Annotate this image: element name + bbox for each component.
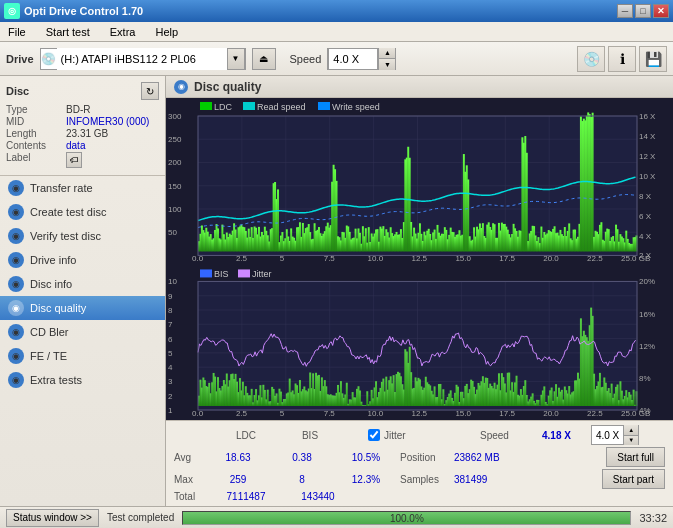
sidebar: Disc ↻ Type BD-R MID INFOMER30 (000) Len… [0, 76, 166, 506]
speed-label: Speed [290, 53, 322, 65]
stats-speed-down[interactable]: ▼ [624, 435, 638, 446]
speed-select[interactable]: 4.0 X [328, 48, 378, 70]
right-panel: ◉ Disc quality LDC BIS Jitter Speed 4.18… [166, 76, 673, 506]
disc-quality-icon: ◉ [8, 300, 24, 316]
app-icon: ◎ [4, 3, 20, 19]
avg-bis: 0.38 [272, 452, 332, 463]
position-label: Position [400, 452, 450, 463]
start-full-button[interactable]: Start full [606, 447, 665, 467]
minimize-button[interactable]: ─ [617, 4, 633, 18]
stats-bar: LDC BIS Jitter Speed 4.18 X 4.0 X ▲ ▼ [166, 420, 673, 506]
close-button[interactable]: ✕ [653, 4, 669, 18]
chart-header-icon: ◉ [174, 80, 188, 94]
type-label: Type [6, 104, 66, 115]
contents-label: Contents [6, 140, 66, 151]
nav-items: ◉ Transfer rate ◉ Create test disc ◉ Ver… [0, 176, 165, 506]
speed-header: Speed [480, 430, 530, 441]
nav-label-disc-quality: Disc quality [30, 302, 86, 314]
status-message: Test completed [107, 512, 174, 523]
position-value: 23862 MB [454, 452, 500, 463]
nav-item-transfer-rate[interactable]: ◉ Transfer rate [0, 176, 165, 200]
disc-info-icon: ◉ [8, 276, 24, 292]
mid-label: MID [6, 116, 66, 127]
menu-start-test[interactable]: Start test [42, 24, 94, 40]
jitter-header: Jitter [384, 430, 406, 441]
menu-help[interactable]: Help [151, 24, 182, 40]
nav-item-disc-info[interactable]: ◉ Disc info [0, 272, 165, 296]
status-progress-bar: 100.0% [182, 511, 631, 525]
extra-tests-icon: ◉ [8, 372, 24, 388]
nav-label-drive-info: Drive info [30, 254, 76, 266]
status-bar: Status window >> Test completed 100.0% 3… [0, 506, 673, 528]
status-time: 33:32 [639, 512, 667, 524]
disc-refresh-button[interactable]: ↻ [141, 82, 159, 100]
max-label: Max [174, 474, 204, 485]
charts-area [166, 98, 673, 420]
disc-quality-chart [166, 98, 673, 420]
max-bis: 8 [272, 474, 332, 485]
speed-value: 4.18 X [542, 430, 571, 441]
drive-label: Drive [6, 53, 34, 65]
start-part-button[interactable]: Start part [602, 469, 665, 489]
length-value: 23.31 GB [66, 128, 108, 139]
type-value: BD-R [66, 104, 90, 115]
nav-label-extra-tests: Extra tests [30, 374, 82, 386]
verify-test-disc-icon: ◉ [8, 228, 24, 244]
create-test-disc-icon: ◉ [8, 204, 24, 220]
nav-item-create-test-disc[interactable]: ◉ Create test disc [0, 200, 165, 224]
info-icon-button[interactable]: ℹ [608, 46, 636, 72]
nav-label-verify-test-disc: Verify test disc [30, 230, 101, 242]
nav-item-disc-quality[interactable]: ◉ Disc quality [0, 296, 165, 320]
nav-label-transfer-rate: Transfer rate [30, 182, 93, 194]
fe-te-icon: ◉ [8, 348, 24, 364]
stats-speed-up[interactable]: ▲ [624, 425, 638, 435]
length-label: Length [6, 128, 66, 139]
chart-title: Disc quality [194, 80, 261, 94]
nav-item-drive-info[interactable]: ◉ Drive info [0, 248, 165, 272]
nav-label-fe-te: FE / TE [30, 350, 67, 362]
samples-label: Samples [400, 474, 450, 485]
disc-info-table: Type BD-R MID INFOMER30 (000) Length 23.… [6, 104, 159, 168]
disc-panel: Disc ↻ Type BD-R MID INFOMER30 (000) Len… [0, 76, 165, 176]
transfer-rate-icon: ◉ [8, 180, 24, 196]
speed-down-button[interactable]: ▼ [379, 58, 395, 70]
total-bis: 143440 [288, 491, 348, 502]
status-window-button[interactable]: Status window >> [6, 509, 99, 527]
speed-display: 4.0 X [592, 430, 623, 441]
max-ldc: 259 [208, 474, 268, 485]
status-progress-text: 100.0% [183, 512, 630, 525]
nav-label-cd-bler: CD Bler [30, 326, 69, 338]
nav-item-cd-bler[interactable]: ◉ CD Bler [0, 320, 165, 344]
contents-value: data [66, 140, 85, 151]
title-bar: ◎ Opti Drive Control 1.70 ─ □ ✕ [0, 0, 673, 22]
drive-bar: Drive 💿 (H:) ATAPI iHBS112 2 PL06 ▼ ⏏ Sp… [0, 42, 673, 76]
menu-extra[interactable]: Extra [106, 24, 140, 40]
avg-jitter: 10.5% [336, 452, 396, 463]
disc-icon-button[interactable]: 💿 [577, 46, 605, 72]
avg-ldc: 18.63 [208, 452, 268, 463]
eject-button[interactable]: ⏏ [252, 48, 276, 70]
total-ldc: 7111487 [216, 491, 276, 502]
max-jitter: 12.3% [336, 474, 396, 485]
nav-label-create-test-disc: Create test disc [30, 206, 106, 218]
menu-file[interactable]: File [4, 24, 30, 40]
drive-select[interactable]: (H:) ATAPI iHBS112 2 PL06 [57, 48, 227, 70]
drive-dropdown-button[interactable]: ▼ [227, 48, 245, 70]
menu-bar: File Start test Extra Help [0, 22, 673, 42]
nav-item-extra-tests[interactable]: ◉ Extra tests [0, 368, 165, 392]
nav-label-disc-info: Disc info [30, 278, 72, 290]
ldc-header: LDC [216, 430, 276, 441]
window-title: Opti Drive Control 1.70 [24, 5, 143, 17]
total-label: Total [174, 491, 204, 502]
nav-item-fe-te[interactable]: ◉ FE / TE [0, 344, 165, 368]
label-icon-button[interactable]: 🏷 [66, 152, 82, 168]
samples-value: 381499 [454, 474, 487, 485]
chart-header: ◉ Disc quality [166, 76, 673, 98]
drive-info-icon: ◉ [8, 252, 24, 268]
nav-item-verify-test-disc[interactable]: ◉ Verify test disc [0, 224, 165, 248]
maximize-button[interactable]: □ [635, 4, 651, 18]
speed-up-button[interactable]: ▲ [379, 48, 395, 59]
jitter-checkbox[interactable] [368, 429, 380, 441]
bis-header: BIS [280, 430, 340, 441]
save-icon-button[interactable]: 💾 [639, 46, 667, 72]
